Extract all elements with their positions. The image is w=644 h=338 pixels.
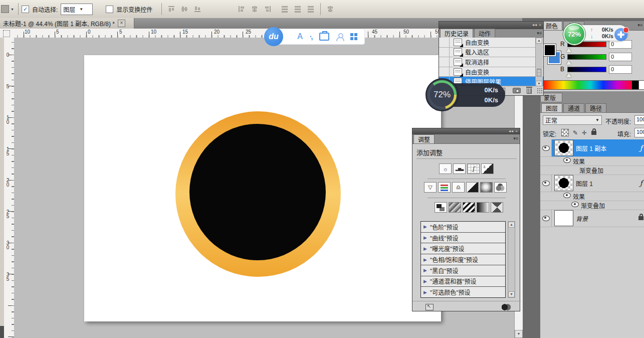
baidu-ime-logo[interactable]: du (264, 27, 283, 46)
layer-thumbnail[interactable] (555, 140, 573, 155)
layer-row-background[interactable]: 背景 (540, 210, 644, 227)
document-tab[interactable]: 未标题-1 @ 44.4% (图层 1 副本, RGB/8) * × (0, 18, 134, 29)
lock-transparency-icon[interactable] (561, 129, 569, 136)
distribute-vertical-centers-icon[interactable] (294, 5, 302, 13)
expand-triangle-icon[interactable]: ▶ (423, 268, 427, 273)
preset-row[interactable]: ▶"通道混和器"预设 (421, 276, 505, 287)
scroll-down-icon[interactable]: ▼ (508, 291, 515, 297)
expand-triangle-icon[interactable]: ▶ (423, 257, 427, 262)
new-snapshot-camera-icon[interactable] (513, 88, 521, 93)
eye-icon[interactable] (540, 175, 552, 192)
tab-actions[interactable]: 动作 (474, 29, 495, 38)
tab-history[interactable]: 历史记录 (440, 29, 473, 38)
show-transform-checkbox[interactable] (106, 6, 113, 13)
red-slider-handle[interactable] (566, 48, 571, 52)
collapse-close-icons[interactable]: ◂◂ × (532, 23, 542, 27)
collapse-close-icons[interactable]: ◂◂ × (509, 129, 518, 133)
adjustment-vibrance-icon[interactable]: ▽ (424, 182, 437, 193)
fill-field[interactable]: 100 (634, 128, 644, 137)
preset-row[interactable]: ▶"曝光度"预设 (421, 243, 505, 254)
adjustments-panel-titlebar[interactable]: ◂◂ × (412, 128, 520, 134)
layer-effects-row[interactable]: 效果 (540, 156, 644, 166)
panel-menu-icon[interactable]: ▾≡ (537, 31, 542, 36)
adjustment-invert-icon[interactable] (435, 202, 447, 213)
adjustment-threshold-icon[interactable] (463, 202, 475, 213)
speed-ball-green[interactable]: 72% (563, 23, 585, 45)
history-source-checkbox[interactable] (439, 38, 450, 47)
auto-select-checkbox[interactable]: ✓ (22, 6, 29, 13)
adjustment-curves-icon[interactable]: ʃ (467, 163, 480, 174)
layer-fx-icon[interactable]: ƒ (640, 179, 642, 187)
layer-row-copy[interactable]: 图层 1 副本 ƒ (540, 139, 644, 157)
opacity-field[interactable]: 100 (634, 115, 644, 125)
preset-row[interactable]: ▶"色相/饱和度"预设 (421, 254, 505, 265)
layer-row-1[interactable]: 图层 1 ƒ (540, 175, 644, 192)
scrollbar-thumb[interactable] (537, 69, 541, 77)
lock-pixels-brush-icon[interactable]: ✎ (573, 129, 578, 136)
preset-row[interactable]: ▶"黑白"预设 (421, 265, 505, 276)
eye-icon[interactable] (540, 139, 552, 156)
expand-triangle-icon[interactable]: ▶ (423, 224, 427, 229)
tab-channels[interactable]: 通道 (563, 103, 584, 112)
auto-select-dropdown[interactable]: 图层 ▼ (61, 4, 93, 15)
ime-grid-menu-icon[interactable] (350, 33, 357, 40)
scroll-up-icon[interactable]: ▲ (508, 222, 515, 228)
ime-punctuation-icon[interactable]: ·, (310, 33, 312, 41)
tab-layers[interactable]: 图层 (541, 103, 562, 112)
auto-align-layers-icon[interactable] (326, 5, 334, 13)
green-value-field[interactable]: 0 (609, 53, 632, 61)
adjustment-photo-filter-icon[interactable] (480, 182, 493, 193)
expand-triangle-icon[interactable]: ▶ (423, 246, 427, 251)
red-value-field[interactable]: 0 (609, 40, 632, 49)
tab-paths[interactable]: 路径 (585, 103, 606, 112)
history-item[interactable]: 自由变换 (439, 38, 543, 48)
speed-ball-dark[interactable]: 72% (425, 78, 459, 111)
history-item[interactable]: 取消选择 (439, 57, 543, 67)
panel-resize-grip[interactable] (537, 88, 543, 94)
expand-triangle-icon[interactable]: ▶ (423, 235, 427, 240)
gradient-overlay-row[interactable]: 渐变叠加 (540, 201, 644, 210)
adjustment-channel-mixer-icon[interactable] (494, 182, 507, 193)
panel-menu-icon[interactable]: ▾≡ (513, 136, 518, 141)
history-scrollbar[interactable]: ▲ ▼ (535, 38, 543, 87)
spectrum-white-swatch[interactable] (638, 80, 644, 90)
adjustment-posterize-icon[interactable] (449, 202, 461, 213)
align-top-edges-icon[interactable] (167, 5, 175, 13)
adjustment-black-white-icon[interactable] (466, 182, 479, 193)
ruler-origin-box[interactable] (0, 29, 15, 38)
lock-position-move-icon[interactable]: ✛ (582, 129, 587, 136)
preset-row[interactable]: ▶"曲线"预设 (421, 233, 505, 244)
blue-slider-handle[interactable] (566, 73, 571, 77)
history-item[interactable]: 载入选区 (439, 48, 543, 58)
gradient-overlay-row-disabled[interactable]: 渐变叠加 (540, 165, 644, 175)
switch-panel-view-icon[interactable] (425, 304, 434, 310)
foreground-color-swatch[interactable] (544, 44, 556, 56)
align-bottom-edges-icon[interactable] (193, 5, 201, 13)
align-left-edges-icon[interactable] (238, 5, 246, 13)
blue-slider[interactable] (567, 67, 606, 72)
history-item[interactable]: 自由变换 (439, 67, 543, 77)
lock-all-icon[interactable] (591, 131, 596, 135)
preset-row[interactable]: ▶"可选颜色"预设 (421, 287, 505, 297)
adjustment-hue-saturation-icon[interactable] (438, 182, 451, 193)
tool-preset-picker[interactable]: ▼ (0, 5, 15, 13)
adjustment-brightness-contrast-icon[interactable]: ☼ (439, 163, 452, 174)
layer-fx-icon[interactable]: ƒ (640, 144, 642, 152)
canvas-document[interactable] (84, 55, 441, 321)
color-spectrum-bar[interactable] (541, 80, 632, 90)
green-slider[interactable] (567, 54, 606, 60)
presets-scrollbar[interactable]: ▲ ▼ (508, 221, 515, 298)
scroll-down-icon[interactable]: ▼ (515, 330, 523, 338)
history-panel-titlebar[interactable]: ◂◂ × (439, 22, 543, 29)
scroll-up-icon[interactable]: ▲ (536, 38, 542, 44)
green-slider-handle[interactable] (566, 61, 571, 65)
align-horizontal-centers-icon[interactable] (251, 5, 259, 13)
history-source-checkbox[interactable] (439, 57, 450, 67)
delete-state-trash-icon[interactable] (527, 88, 532, 94)
clip-to-layer-icon[interactable] (502, 304, 512, 310)
align-vertical-centers-icon[interactable] (180, 5, 188, 13)
panel-menu-icon[interactable]: ▾≡ (637, 23, 642, 28)
tab-adjustments[interactable]: 调整 (413, 134, 435, 143)
layer-thumbnail[interactable] (555, 176, 573, 191)
eye-icon[interactable] (563, 157, 571, 164)
